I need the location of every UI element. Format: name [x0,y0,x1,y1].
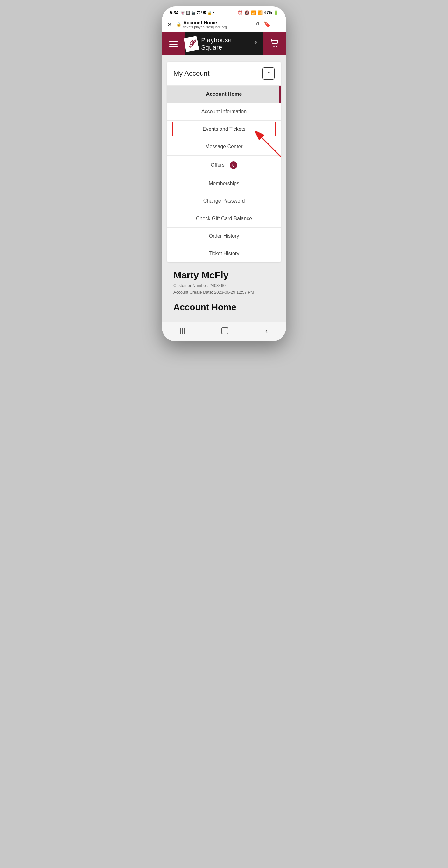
bottom-nav-bar: ‹ [162,322,286,341]
gift-card-link[interactable]: Check Gift Card Balance [167,210,281,227]
time-display: 5:34 [169,10,179,15]
main-content: My Account ⌃ Account Home Account I [162,55,286,322]
menu-item-account-home[interactable]: Account Home [167,86,281,103]
message-center-link[interactable]: Message Center [167,138,281,155]
offers-link[interactable]: Offers 0 [167,156,281,175]
nav-home-button[interactable] [215,326,235,336]
browser-bar: ✕ 🔒 Account Home tickets.playhousesquare… [162,17,286,32]
menu-label-gift-card: Check Gift Card Balance [196,216,252,221]
chevron-up-icon: ⌃ [267,71,271,77]
menu-item-ticket-history[interactable]: Ticket History [167,245,281,262]
hamburger-icon [169,41,178,47]
page-url: tickets.playhousesquare.org [183,25,227,29]
status-right: ⏰ 🔇 📶 📶 67% 🔋 [238,10,279,15]
back-icon: ‹ [265,327,267,335]
offers-badge: 0 [230,161,237,169]
wifi-icon: 📶 [251,10,256,15]
hamburger-line-2 [169,43,178,44]
recents-icon [181,328,185,334]
menu-item-events-tickets[interactable]: Events and Tickets [167,121,281,138]
menu-item-account-information[interactable]: Account Information [167,103,281,121]
order-history-link[interactable]: Order History [167,227,281,245]
menu-item-memberships[interactable]: Memberships [167,175,281,192]
svg-point-2 [273,45,275,47]
logo-icon: 𝒫 [184,36,199,52]
home-icon [221,328,228,334]
hamburger-menu-button[interactable] [162,32,185,55]
menu-label-change-password: Change Password [203,198,245,204]
signal-icon: 📶 [258,10,263,15]
account-menu-list: Account Home Account Information Events … [167,86,281,262]
logo-area[interactable]: 𝒫 Playhouse Square ® [185,37,263,51]
hamburger-line-1 [169,41,178,42]
menu-label-ticket-history: Ticket History [209,251,239,256]
more-button[interactable]: ⋮ [275,21,281,28]
cart-button[interactable] [263,32,286,55]
mute-icon: 🔇 [244,10,250,15]
status-time: 5:34 👻 🔲 📷 79° 🖼 🔒 • [169,10,214,15]
active-indicator [279,86,281,103]
site-header: 𝒫 Playhouse Square ® [162,32,286,55]
battery-display: 67% [264,10,272,15]
nav-line-1 [181,328,181,334]
my-account-title: My Account [173,69,210,78]
alarm-icon: ⏰ [238,10,243,15]
menu-item-change-password[interactable]: Change Password [167,192,281,210]
svg-point-3 [276,45,278,47]
menu-label-memberships: Memberships [209,181,239,186]
customer-number: Customer Number: 2403460 [173,283,275,289]
menu-item-message-center[interactable]: Message Center [167,138,281,156]
menu-label-events-tickets: Events and Tickets [203,126,245,132]
menu-label-offers: Offers [211,162,224,168]
menu-item-order-history[interactable]: Order History [167,227,281,245]
status-icons: 👻 🔲 📷 79° 🖼 🔒 • [181,11,214,15]
browser-action-buttons: ⎙ 🔖 ⋮ [256,21,281,28]
menu-item-offers[interactable]: Offers 0 [167,156,281,175]
collapse-button[interactable]: ⌃ [262,67,275,80]
memberships-link[interactable]: Memberships [167,175,281,192]
account-home-link[interactable]: Account Home [167,86,281,103]
account-home-peek: Account Home [167,299,281,312]
account-create-date: Account Create Date: 2023-06-29 12:57 PM [173,289,275,296]
nav-line-2 [182,328,183,334]
battery-icon: 🔋 [274,10,279,15]
nav-line-3 [184,328,185,334]
page-title: Account Home [183,20,227,25]
menu-label-message-center: Message Center [205,144,243,150]
logo-text: Playhouse Square [201,37,251,51]
browser-close-button[interactable]: ✕ [167,21,172,28]
url-block: Account Home tickets.playhousesquare.org [183,20,227,29]
menu-label-order-history: Order History [209,233,239,239]
menu-label-account-home: Account Home [206,91,242,97]
account-card-header: My Account ⌃ [167,62,281,86]
cart-icon [270,38,279,50]
menu-item-gift-card[interactable]: Check Gift Card Balance [167,210,281,227]
user-info-section: Marty McFly Customer Number: 2403460 Acc… [167,262,281,299]
nav-recents-button[interactable] [174,327,191,335]
menu-label-account-information: Account Information [201,109,247,115]
bookmark-button[interactable]: 🔖 [264,21,271,28]
nav-back-button[interactable]: ‹ [259,326,274,336]
account-home-peek-text: Account Home [173,302,236,312]
account-information-link[interactable]: Account Information [167,103,281,120]
change-password-link[interactable]: Change Password [167,192,281,210]
lock-icon: 🔒 [176,22,181,27]
browser-address-area: 🔒 Account Home tickets.playhousesquare.o… [176,20,252,29]
events-tickets-link[interactable]: Events and Tickets [167,121,281,138]
phone-frame: 5:34 👻 🔲 📷 79° 🖼 🔒 • ⏰ 🔇 📶 📶 67% 🔋 ✕ 🔒 A… [162,6,286,341]
user-name: Marty McFly [173,270,275,281]
share-button[interactable]: ⎙ [256,21,259,28]
status-bar: 5:34 👻 🔲 📷 79° 🖼 🔒 • ⏰ 🔇 📶 📶 67% 🔋 [162,6,286,17]
account-card: My Account ⌃ Account Home Account I [167,62,281,262]
ticket-history-link[interactable]: Ticket History [167,245,281,262]
hamburger-line-3 [169,46,178,47]
